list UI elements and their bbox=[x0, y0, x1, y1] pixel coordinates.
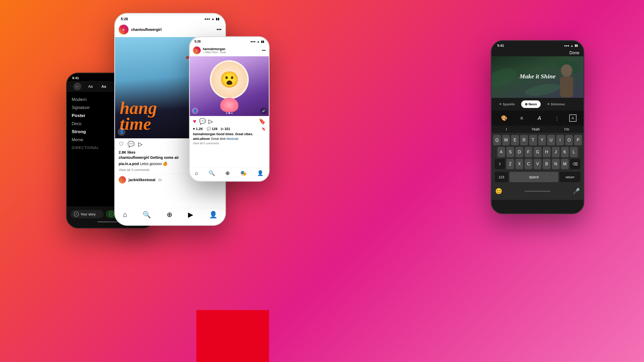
key-y[interactable]: Y bbox=[538, 135, 546, 145]
comments-3: 💬 128 bbox=[207, 127, 217, 131]
key-g[interactable]: G bbox=[534, 147, 541, 157]
nav-home-3[interactable]: ⌂ bbox=[195, 170, 198, 176]
svg-point-13 bbox=[492, 65, 519, 90]
font-deco[interactable]: Deco bbox=[72, 121, 81, 126]
key-p[interactable]: P bbox=[574, 135, 582, 145]
key-n[interactable]: N bbox=[552, 159, 560, 169]
suggestion-2[interactable]: Yeah bbox=[532, 127, 540, 131]
key-delete[interactable]: ⌫ bbox=[570, 159, 580, 169]
commenter-2[interactable]: pia.in.a.pod bbox=[119, 162, 139, 166]
done-button[interactable]: Done bbox=[569, 51, 579, 55]
editor-toolbar: 🎨 ≡ A ⋮ A bbox=[492, 111, 583, 126]
portrait-circle: 😮 bbox=[210, 60, 249, 99]
status-bar-4: 5:41 ●●● ▲ ▮▮ bbox=[492, 41, 583, 49]
key-x[interactable]: X bbox=[515, 159, 523, 169]
nav-add-2[interactable]: ⊕ bbox=[167, 211, 172, 219]
key-q[interactable]: Q bbox=[493, 135, 501, 145]
comment-time-2: 2h bbox=[158, 178, 162, 182]
phone-instagram-post: 5:26 ●●● ▲ ▮▮ h hannahmorgan ♫ Mike Flos… bbox=[189, 36, 270, 182]
nav-add-3[interactable]: ⊕ bbox=[225, 170, 230, 176]
mic-button[interactable]: 🎤 bbox=[573, 188, 580, 195]
caption-user-3[interactable]: hannahmorgan bbox=[193, 132, 216, 136]
font-signature[interactable]: Signature bbox=[72, 105, 90, 110]
key-e[interactable]: E bbox=[511, 135, 519, 145]
save-icon-3[interactable]: 🔖 bbox=[259, 118, 266, 125]
your-story-button[interactable]: + Your story bbox=[71, 210, 104, 218]
text-box-icon[interactable]: A bbox=[569, 114, 576, 122]
key-u[interactable]: U bbox=[547, 135, 555, 145]
text-format-icon[interactable]: ⋮ bbox=[552, 113, 562, 124]
hang-time-text: hangtime bbox=[120, 100, 157, 132]
key-shift[interactable]: ⇧ bbox=[495, 159, 505, 169]
font-strong[interactable]: Strong bbox=[72, 129, 86, 134]
more-dots-3[interactable]: ••• bbox=[262, 48, 266, 52]
likes-3: ♥ 1.2K bbox=[193, 127, 203, 131]
key-s[interactable]: S bbox=[506, 147, 514, 157]
like-icon-3[interactable]: ♥ bbox=[193, 118, 196, 125]
back-icon[interactable]: ← bbox=[73, 83, 81, 90]
post3-user-icon: 👤 bbox=[192, 108, 198, 114]
key-i[interactable]: I bbox=[556, 135, 564, 145]
save-count-3: 🔖 bbox=[261, 127, 266, 131]
key-nums[interactable]: 123 bbox=[495, 172, 508, 182]
key-c[interactable]: C bbox=[525, 159, 532, 169]
key-r[interactable]: R bbox=[520, 135, 528, 145]
nav-profile-3[interactable]: 👤 bbox=[257, 170, 264, 176]
font-style-icon[interactable]: A bbox=[534, 113, 545, 124]
shimmer-button[interactable]: ✦ Shimmer bbox=[543, 100, 569, 108]
comment-icon-2[interactable]: 💬 bbox=[128, 141, 135, 148]
key-l[interactable]: L bbox=[570, 147, 578, 157]
font-poster[interactable]: Poster bbox=[72, 113, 85, 118]
key-j[interactable]: J bbox=[552, 147, 560, 157]
share-icon-3[interactable]: ▷ bbox=[209, 118, 213, 125]
avatar-2: c bbox=[119, 25, 129, 35]
username-2[interactable]: chantouflowergirl bbox=[131, 28, 162, 32]
key-k[interactable]: K bbox=[561, 147, 569, 157]
comment-icon-3[interactable]: 💬 bbox=[199, 118, 206, 125]
emoji-button[interactable]: 😊 bbox=[495, 188, 502, 195]
nav-reels-3[interactable]: 🎭 bbox=[240, 170, 247, 176]
key-t[interactable]: T bbox=[529, 135, 537, 145]
font-directional[interactable]: DIRECTIONAL bbox=[72, 146, 99, 150]
key-a[interactable]: A bbox=[497, 147, 505, 157]
text-size-icon[interactable]: Aa bbox=[87, 83, 95, 90]
view-comments-3[interactable]: View all 5 comments bbox=[190, 141, 269, 145]
key-d[interactable]: D bbox=[515, 147, 523, 157]
share-icon-2[interactable]: ▷ bbox=[138, 141, 143, 148]
nav-search-3[interactable]: 🔍 bbox=[209, 170, 215, 176]
post-meta-3: hannahmorgan ♫ Mike Floss · Goat bbox=[203, 47, 260, 54]
neon-button[interactable]: ⊕ Neon bbox=[521, 100, 541, 108]
key-h[interactable]: H bbox=[543, 147, 551, 157]
key-m[interactable]: M bbox=[561, 159, 569, 169]
nav-reels-2[interactable]: ▶ bbox=[188, 211, 193, 219]
commenter-3[interactable]: aimi.allover bbox=[193, 137, 210, 141]
key-w[interactable]: W bbox=[502, 135, 510, 145]
caption-text-3: Good times. Great vibes. bbox=[216, 132, 253, 136]
nav-search-2[interactable]: 🔍 bbox=[143, 211, 151, 219]
caption-3: hannahmorgan Good times. Great vibes. bbox=[190, 132, 269, 136]
key-b[interactable]: B bbox=[543, 159, 551, 169]
commenter2-2[interactable]: jackielikestoeat bbox=[129, 178, 156, 182]
key-return[interactable]: return bbox=[560, 172, 580, 182]
suggestion-3[interactable]: I'm bbox=[564, 127, 569, 131]
username-3[interactable]: hannahmorgan bbox=[203, 47, 260, 51]
key-o[interactable]: O bbox=[565, 135, 573, 145]
font-meme[interactable]: Meme bbox=[72, 138, 83, 142]
caption-username-2[interactable]: chantouflowergirl bbox=[119, 155, 149, 160]
nav-home-2[interactable]: ⌂ bbox=[123, 211, 127, 219]
key-z[interactable]: Z bbox=[506, 159, 514, 169]
nav-profile-2[interactable]: 👤 bbox=[209, 211, 217, 219]
like-icon-2[interactable]: ♡ bbox=[119, 141, 124, 148]
suggestion-1[interactable]: I bbox=[506, 127, 507, 131]
post-actions-3: ♥ 💬 ▷ 🔖 bbox=[190, 116, 269, 127]
font-modern[interactable]: Modern bbox=[72, 97, 87, 102]
key-f[interactable]: F bbox=[525, 147, 532, 157]
post3-sound-icon[interactable]: 🔊 bbox=[260, 108, 267, 114]
key-space[interactable]: space bbox=[509, 172, 558, 182]
more-dots-2[interactable]: ••• bbox=[217, 27, 222, 32]
color-wheel-icon[interactable]: 🎨 bbox=[499, 113, 509, 124]
key-v[interactable]: V bbox=[534, 159, 541, 169]
font-icon[interactable]: Aa bbox=[100, 83, 108, 90]
sparkle-button[interactable]: ✦ Sparkle bbox=[495, 100, 519, 108]
text-align-icon[interactable]: ≡ bbox=[516, 113, 527, 124]
